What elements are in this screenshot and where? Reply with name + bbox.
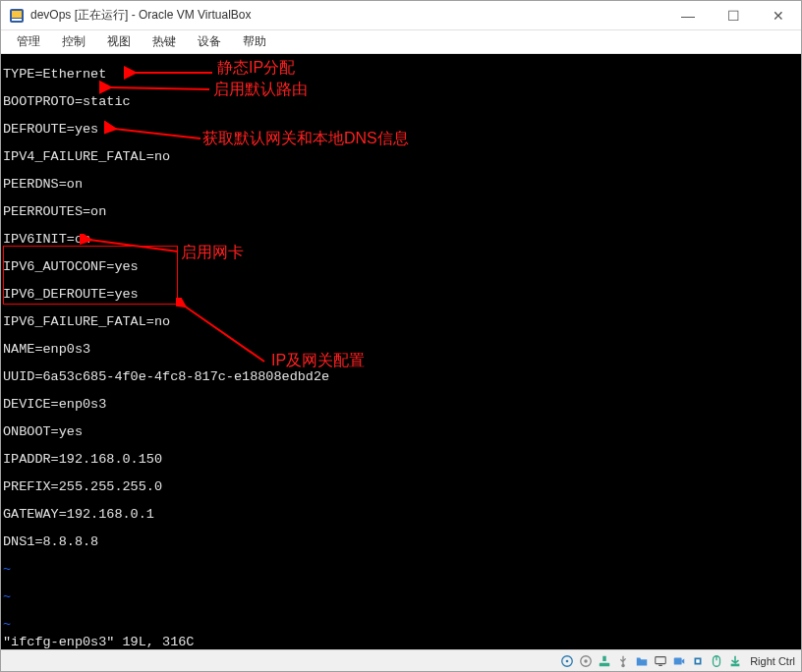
config-line: PREFIX=255.255.255.0 — [3, 480, 799, 494]
config-line: IPADDR=192.168.0.150 — [3, 453, 799, 467]
menu-help[interactable]: 帮助 — [233, 31, 276, 52]
window-controls: — ☐ ✕ — [665, 1, 801, 29]
config-line: GATEWAY=192.168.0.1 — [3, 508, 799, 522]
config-line: IPV6INIT=on — [3, 233, 799, 247]
usb-icon[interactable] — [615, 653, 631, 669]
config-line: DEFROUTE=yes — [3, 123, 799, 137]
config-line: TYPE=Ethernet — [3, 68, 799, 82]
vm-window: devOps [正在运行] - Oracle VM VirtualBox — ☐… — [0, 0, 802, 672]
svg-rect-23 — [731, 663, 740, 666]
config-line: PEERROUTES=on — [3, 205, 799, 219]
statusbar: Right Ctrl — [1, 649, 801, 671]
hard-disk-icon[interactable] — [559, 653, 575, 669]
terminal-area[interactable]: 静态IP分配 启用默认路由 获取默认网关和本地DNS信息 启用网卡 IP及网关配… — [1, 54, 801, 649]
svg-point-15 — [621, 663, 625, 667]
config-line: PEERDNS=on — [3, 178, 799, 192]
vim-tilde: ~ — [3, 563, 799, 577]
svg-rect-13 — [600, 662, 610, 666]
menu-view[interactable]: 视图 — [97, 31, 141, 52]
terminal-content: TYPE=Ethernet BOOTPROTO=static DEFROUTE=… — [1, 54, 801, 649]
shared-folder-icon[interactable] — [634, 653, 650, 669]
menubar: 管理 控制 视图 热键 设备 帮助 — [1, 30, 801, 54]
maximize-button[interactable]: ☐ — [711, 1, 756, 29]
keyboard-icon[interactable] — [727, 653, 743, 669]
svg-rect-1 — [12, 11, 22, 18]
svg-point-12 — [584, 659, 588, 663]
config-line: IPV6_DEFROUTE=yes — [3, 288, 799, 302]
menu-devices[interactable]: 设备 — [188, 31, 231, 52]
recording-icon[interactable] — [671, 653, 687, 669]
config-line: UUID=6a53c685-4f0e-4fc8-817c-e18808edbd2… — [3, 370, 799, 384]
cpu-icon[interactable] — [690, 653, 706, 669]
svg-point-10 — [566, 659, 569, 662]
config-line: ONBOOT=yes — [3, 425, 799, 439]
svg-rect-16 — [656, 656, 666, 663]
optical-disk-icon[interactable] — [578, 653, 594, 669]
menu-manage[interactable]: 管理 — [7, 31, 50, 52]
host-key-indicator[interactable]: Right Ctrl — [750, 655, 795, 667]
config-line: BOOTPROTO=static — [3, 95, 799, 109]
minimize-button[interactable]: — — [665, 1, 711, 29]
vim-tilde: ~ — [3, 618, 799, 632]
vim-tilde: ~ — [3, 645, 799, 649]
menu-control[interactable]: 控制 — [52, 31, 95, 52]
mouse-integration-icon[interactable] — [709, 653, 724, 669]
config-line: DEVICE=enp0s3 — [3, 398, 799, 412]
svg-rect-18 — [674, 657, 682, 664]
config-line: IPV4_FAILURE_FATAL=no — [3, 150, 799, 164]
titlebar[interactable]: devOps [正在运行] - Oracle VM VirtualBox — ☐… — [1, 1, 801, 30]
close-button[interactable]: ✕ — [756, 1, 801, 29]
svg-rect-2 — [12, 19, 22, 21]
svg-rect-14 — [602, 655, 606, 660]
config-line: IPV6_FAILURE_FATAL=no — [3, 315, 799, 329]
display-icon[interactable] — [653, 653, 668, 669]
network-icon[interactable] — [597, 653, 612, 669]
config-line: DNS1=8.8.8.8 — [3, 535, 799, 549]
svg-rect-20 — [696, 659, 700, 663]
app-icon — [9, 8, 25, 24]
config-line: IPV6_AUTOCONF=yes — [3, 260, 799, 274]
window-title: devOps [正在运行] - Oracle VM VirtualBox — [30, 7, 665, 24]
menu-hotkeys[interactable]: 热键 — [143, 31, 186, 52]
config-line: NAME=enp0s3 — [3, 343, 799, 357]
vim-tilde: ~ — [3, 590, 799, 604]
